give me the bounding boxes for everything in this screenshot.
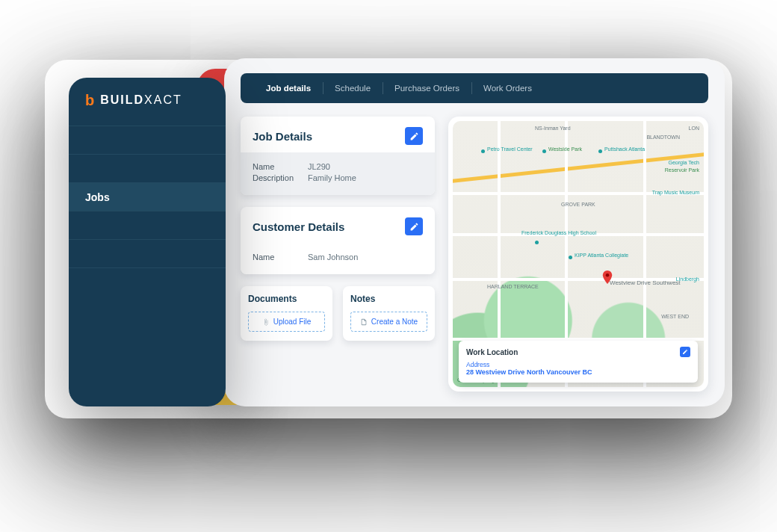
create-note-label: Create a Note <box>371 318 418 326</box>
pencil-icon <box>409 132 419 141</box>
job-desc-value: Family Home <box>308 173 356 182</box>
sidebar: b BUILDXACT Jobs <box>69 78 226 406</box>
map-label: Westview Drive Southwest <box>610 279 681 286</box>
address-label: Address <box>466 361 690 368</box>
address-value[interactable]: 28 Westview Drive North Vancouver BC <box>466 368 690 376</box>
sidebar-item[interactable] <box>69 126 226 154</box>
job-details-title: Job Details <box>253 130 312 143</box>
work-location-card: Work Location Address 28 Westview Drive … <box>459 341 698 383</box>
tab-work-orders[interactable]: Work Orders <box>471 84 544 93</box>
paperclip-icon <box>262 318 270 326</box>
map-label: Lindbergh <box>676 276 699 282</box>
tab-bar: Job details Schedule Purchase Orders Wor… <box>241 73 708 103</box>
brand-logo: b BUILDXACT <box>69 78 226 126</box>
customer-name-value: Sam Johnson <box>308 253 358 262</box>
sidebar-item-jobs[interactable]: Jobs <box>69 182 226 211</box>
map-label: KIPP Atlanta Collegiate <box>575 253 628 258</box>
map-label: Petro Travel Center <box>487 146 533 152</box>
map-label: Westside Park <box>548 146 582 152</box>
map-label: Frederick Douglass High School <box>521 230 596 235</box>
map-label: HARLAND TERRACE <box>487 284 539 289</box>
map-label: WEST END <box>661 314 689 319</box>
pencil-icon <box>409 222 419 232</box>
tab-job-details[interactable]: Job details <box>254 84 323 93</box>
job-name-label: Name <box>253 162 299 171</box>
map-label: NS-Inman Yard <box>535 126 571 131</box>
job-details-card: Job Details NameJL290 DescriptionFamily … <box>241 117 435 195</box>
customer-name-label: Name <box>253 253 299 262</box>
map-label: BLANDTOWN <box>646 134 680 140</box>
tab-schedule[interactable]: Schedule <box>323 84 383 93</box>
map-label: Georgia Tech <box>668 160 699 165</box>
edit-job-details-button[interactable] <box>405 127 423 145</box>
tab-purchase-orders[interactable]: Purchase Orders <box>383 84 471 93</box>
map-label: LON <box>689 126 699 131</box>
customer-details-title: Customer Details <box>253 220 344 233</box>
map-label: Reservoir Park <box>665 167 699 173</box>
sidebar-item[interactable] <box>69 211 226 239</box>
sidebar-item[interactable] <box>69 239 226 267</box>
job-name-value: JL290 <box>308 162 330 171</box>
svg-point-0 <box>606 273 610 277</box>
map-label: Puttshack Atlanta <box>604 146 645 152</box>
notes-title: Notes <box>350 294 427 304</box>
create-note-button[interactable]: Create a Note <box>350 312 427 332</box>
job-desc-label: Description <box>253 173 299 182</box>
map-pin-icon <box>602 270 613 281</box>
map-label: Trap Music Museum <box>652 190 699 195</box>
brand-suffix: XACT <box>144 93 182 106</box>
notes-card: Notes Create a Note <box>343 286 435 341</box>
pencil-icon <box>682 349 688 355</box>
brand-prefix: BUILD <box>100 93 144 106</box>
upload-file-label: Upload File <box>273 318 312 326</box>
customer-details-card: Customer Details NameSam Johnson <box>241 207 435 274</box>
sidebar-item[interactable] <box>69 154 226 182</box>
logo-mark-icon: b <box>85 93 96 108</box>
map-label: GROVE PARK <box>561 202 595 207</box>
work-location-title: Work Location <box>466 348 518 356</box>
sidebar-item-label: Jobs <box>85 191 110 203</box>
documents-title: Documents <box>248 294 325 304</box>
map-card: NS-Inman Yard BLANDTOWN Petro Travel Cen… <box>448 117 708 392</box>
edit-work-location-button[interactable] <box>680 347 690 357</box>
upload-file-button[interactable]: Upload File <box>248 312 325 332</box>
note-icon <box>360 318 368 326</box>
sidebar-item[interactable] <box>69 267 226 296</box>
documents-card: Documents Upload File <box>241 286 332 341</box>
edit-customer-button[interactable] <box>405 217 423 235</box>
main-panel: Job details Schedule Purchase Orders Wor… <box>224 58 725 406</box>
